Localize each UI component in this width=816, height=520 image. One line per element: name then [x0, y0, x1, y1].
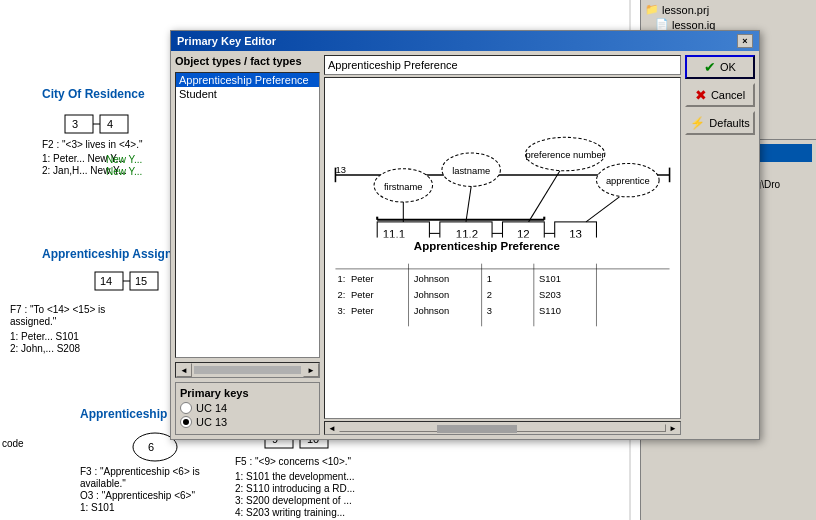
svg-text:preference number: preference number	[526, 149, 605, 160]
svg-text:code: code	[2, 438, 24, 449]
defaults-icon: ⚡	[690, 116, 705, 130]
svg-text:1: S101  the development...: 1: S101 the development...	[235, 471, 355, 482]
scroll-left-arrow[interactable]: ◄	[176, 363, 192, 377]
primary-keys-section: Primary keys UC 14 UC 13	[175, 382, 320, 435]
hscroll-left-btn[interactable]: ◄	[325, 424, 339, 433]
svg-text:4: S203  writing training...: 4: S203 writing training...	[235, 507, 345, 518]
svg-text:Peter: Peter	[351, 289, 373, 300]
dialog-close-button[interactable]: ×	[737, 34, 753, 48]
list-item-student[interactable]: Student	[176, 87, 319, 101]
radio-label-uc14: UC 14	[196, 402, 227, 414]
svg-text:firstname: firstname	[384, 181, 423, 192]
hscroll-thumb	[437, 425, 517, 433]
svg-text:1: S101: 1: S101	[80, 502, 115, 513]
content-area: 11.1 11.2 12 13 Apprenticesh	[324, 55, 681, 435]
list-item-apprenticeship[interactable]: Apprenticeship Preference	[176, 73, 319, 87]
radio-uc14[interactable]: UC 14	[180, 402, 315, 414]
diagram-svg: 11.1 11.2 12 13 Apprenticesh	[325, 78, 680, 418]
svg-text:2: John,...   S208: 2: John,... S208	[10, 343, 80, 354]
svg-text:2:: 2:	[338, 289, 346, 300]
svg-text:S110: S110	[539, 305, 561, 316]
svg-text:Peter: Peter	[351, 305, 373, 316]
svg-line-66	[529, 171, 560, 222]
list-scrollbar[interactable]: ◄ ►	[175, 362, 320, 378]
svg-text:3:: 3:	[338, 305, 346, 316]
svg-text:Peter: Peter	[351, 273, 373, 284]
svg-text:S203: S203	[539, 289, 561, 300]
svg-text:2: 2	[487, 289, 492, 300]
cancel-label: Cancel	[711, 89, 745, 101]
svg-rect-0	[65, 115, 93, 133]
svg-text:13: 13	[335, 164, 345, 175]
svg-text:Johnson: Johnson	[414, 273, 449, 284]
svg-text:3: S200  development of ...: 3: S200 development of ...	[235, 495, 352, 506]
cancel-icon: ✖	[695, 87, 707, 103]
svg-text:O3 : "Apprenticeship <6>": O3 : "Apprenticeship <6>"	[80, 490, 195, 501]
svg-line-65	[466, 186, 471, 222]
diagram-area: 11.1 11.2 12 13 Apprenticesh	[324, 77, 681, 419]
file-item-prj[interactable]: 📁 lesson.prj	[643, 2, 814, 17]
svg-text:Apprenticeship Assign: Apprenticeship Assign	[42, 247, 172, 261]
radio-uc13[interactable]: UC 13	[180, 416, 315, 428]
svg-text:F3 : "Apprenticeship <6> is: F3 : "Apprenticeship <6> is	[80, 466, 200, 477]
svg-text:F2 : "<3> lives in <4>.": F2 : "<3> lives in <4>."	[42, 139, 143, 150]
ok-icon: ✔	[704, 59, 716, 75]
ok-button[interactable]: ✔ OK	[685, 55, 755, 79]
diagram-hscrollbar[interactable]: ◄ ►	[324, 421, 681, 435]
dialog-body: Object types / fact types Apprenticeship…	[171, 51, 759, 439]
radio-label-uc13: UC 13	[196, 416, 227, 428]
file-iq-label: lesson.iq	[672, 19, 715, 31]
svg-text:3: 3	[487, 305, 492, 316]
svg-text:2: S110  introducing a RD...: 2: S110 introducing a RD...	[235, 483, 355, 494]
svg-text:Apprenticeship Preference: Apprenticeship Preference	[414, 240, 560, 252]
svg-text:available.": available."	[80, 478, 126, 489]
cancel-button[interactable]: ✖ Cancel	[685, 83, 755, 107]
dialog-titlebar: Primary Key Editor ×	[171, 31, 759, 51]
svg-text:F7 : "To <14> <15> is: F7 : "To <14> <15> is	[10, 304, 105, 315]
defaults-button[interactable]: ⚡ Defaults	[685, 111, 755, 135]
button-panel: ✔ OK ✖ Cancel ⚡ Defaults	[685, 55, 755, 435]
svg-text:6: 6	[148, 441, 154, 453]
object-types-list[interactable]: Apprenticeship Preference Student	[175, 72, 320, 358]
primary-key-editor-dialog: Primary Key Editor × Object types / fact…	[170, 30, 760, 440]
primary-keys-label: Primary keys	[180, 387, 315, 399]
svg-line-67	[586, 197, 619, 222]
svg-text:apprentice: apprentice	[606, 175, 650, 186]
list-panel: Object types / fact types Apprenticeship…	[175, 55, 320, 435]
city-label: City Of Residence	[42, 87, 145, 101]
svg-text:New Y...: New Y...	[106, 166, 142, 177]
svg-text:14: 14	[100, 275, 112, 287]
svg-text:Johnson: Johnson	[414, 305, 449, 316]
scroll-right-arrow[interactable]: ►	[303, 363, 319, 377]
hscroll-right-btn[interactable]: ►	[666, 424, 680, 433]
svg-text:S101: S101	[539, 273, 561, 284]
object-type-bar	[324, 55, 681, 75]
defaults-label: Defaults	[709, 117, 749, 129]
svg-text:15: 15	[135, 275, 147, 287]
svg-text:4: 4	[107, 118, 113, 130]
dialog-title: Primary Key Editor	[177, 35, 276, 47]
svg-text:Johnson: Johnson	[414, 289, 449, 300]
svg-text:1: 1	[487, 273, 492, 284]
file-prj-label: lesson.prj	[662, 4, 709, 16]
svg-text:assigned.": assigned."	[10, 316, 57, 327]
svg-text:New Y...: New Y...	[106, 154, 142, 165]
svg-rect-2	[100, 115, 128, 133]
hscroll-track[interactable]	[339, 424, 666, 432]
radio-circle-uc13	[180, 416, 192, 428]
object-types-label: Object types / fact types	[175, 55, 320, 67]
svg-text:3: 3	[72, 118, 78, 130]
object-type-input[interactable]	[324, 55, 681, 75]
radio-circle-uc14	[180, 402, 192, 414]
ok-label: OK	[720, 61, 736, 73]
svg-text:1: Peter...   S101: 1: Peter... S101	[10, 331, 79, 342]
svg-text:Apprenticeship: Apprenticeship	[80, 407, 167, 421]
scroll-track	[194, 366, 301, 374]
svg-text:F5 : "<9> concerns <10>.": F5 : "<9> concerns <10>."	[235, 456, 352, 467]
svg-text:1:: 1:	[338, 273, 346, 284]
svg-text:lastname: lastname	[452, 165, 490, 176]
